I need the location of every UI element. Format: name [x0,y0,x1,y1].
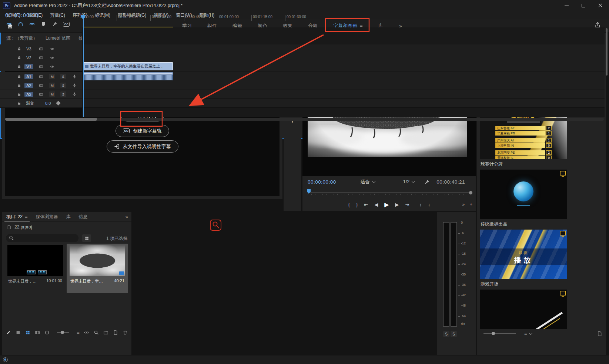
project-item-sequence[interactable]: 世界末日后，幸… 40:21 [67,244,128,293]
track-header-v2[interactable]: V2 [0,53,82,62]
step-back-button[interactable]: ◀ [374,202,378,207]
project-item-video[interactable]: 世界末日后，… 10:01:00 [6,244,64,293]
menu-item-clip[interactable]: 剪辑(C) [46,11,69,19]
sort-menu-icon[interactable]: ≡ [524,331,527,337]
import-captions-button[interactable]: 从文件导入说明性字幕 [107,140,178,153]
timeline-settings-wrench-icon[interactable] [51,21,58,27]
new-item-icon[interactable] [113,329,118,336]
audio-clip[interactable] [83,72,173,80]
tab-lumetri-scopes[interactable]: Lumetri 范围 [41,33,74,43]
timeline-playhead[interactable] [83,15,84,117]
track-badge[interactable]: V3 [24,46,33,51]
delete-icon[interactable] [123,329,128,336]
freeform-view-icon[interactable] [35,329,40,336]
close-button[interactable] [592,0,609,11]
list-view-icon[interactable] [16,329,21,336]
lane-a2[interactable] [83,81,605,90]
lock-icon[interactable] [17,83,22,88]
track-badge[interactable]: A2 [24,83,33,88]
tab-media-browser[interactable]: 媒体浏览器 [32,212,62,222]
new-bin-icon[interactable] [103,329,108,336]
timeline-vertical-scrollbar[interactable] [606,28,608,76]
extract-button[interactable]: ↓ [428,202,431,207]
track-header-a3[interactable]: A3 M S [0,90,82,99]
button-editor-add-icon[interactable]: + [470,202,472,207]
mute-button[interactable]: M [49,74,56,79]
tab-info[interactable]: 信息 [75,212,92,222]
settings-wrench-icon[interactable] [424,179,430,185]
panel-menu-icon[interactable]: ≡ [25,212,28,222]
go-to-in-button[interactable]: ⇤ [364,202,368,207]
lock-icon[interactable] [17,56,22,60]
scrollbar-handle[interactable] [469,191,472,194]
thumbnail-zoom-slider[interactable] [483,333,516,334]
icon-view-icon[interactable] [25,329,30,336]
mute-button[interactable]: M [49,83,56,88]
tab-project[interactable]: 项目: 22≡ [2,212,32,222]
tab-source-monitor[interactable]: 源：（无剪辑） [2,33,41,43]
track-header-mix[interactable]: 混合 0.0 [0,99,82,108]
automate-to-sequence-icon[interactable] [84,329,89,336]
caption-clip[interactable]: 世界末日后，幸存的人类生活在云层之上， [83,62,173,70]
source-patch-icon[interactable] [38,64,44,69]
solo-right-button[interactable]: S [451,331,457,337]
source-patch-icon[interactable] [38,74,44,79]
project-file-name[interactable]: 22.prproj [14,224,32,230]
mix-volume-value[interactable]: 0.0 [45,101,51,106]
minimize-button[interactable] [558,0,575,11]
timeline-timecode[interactable]: 00:00:00:00 [5,12,39,18]
project-zoom-slider[interactable] [57,332,69,333]
add-marker-icon[interactable] [40,21,47,27]
track-badge[interactable]: V1 [24,64,33,69]
source-patch-icon[interactable] [38,83,44,88]
lane-a3[interactable] [83,90,605,99]
go-to-out-button[interactable]: ⇥ [405,202,409,207]
lock-icon[interactable] [17,47,22,51]
resolution-dropdown[interactable]: 1/2 [403,179,415,184]
solo-button[interactable]: S [60,74,67,79]
program-scrubber[interactable] [306,188,472,197]
create-caption-track-button[interactable]: CC 创建新字幕轨 [116,125,169,137]
source-patch-icon[interactable] [38,56,44,60]
toggle-track-output-icon[interactable] [49,47,56,51]
program-timecode[interactable]: 00:00:00:00 [308,179,336,185]
solo-button[interactable]: S [60,83,67,88]
template-thumbnail-scoreboard[interactable]: 球赛结果 山东鲁能 AE2 华夏幸福 PR1 广州恒大 AI1 上海申花 IN0… [480,110,567,159]
tab-overflow-icon[interactable]: » [122,214,131,220]
maximize-button[interactable] [575,0,592,11]
step-forward-button[interactable]: ▶ [395,202,399,207]
track-badge[interactable]: A1 [24,74,33,79]
sort-icon[interactable]: ≡ [77,330,80,335]
menu-item-markers[interactable]: 标记(M) [91,11,114,19]
lock-icon[interactable] [17,74,22,79]
track-header-v3[interactable]: V3 [0,44,82,53]
mark-in-button[interactable]: { [348,202,350,207]
track-header-a1[interactable]: A1 M S [0,72,82,81]
keyframe-nav-icon[interactable] [56,101,61,106]
project-search-input[interactable] [16,236,75,241]
lock-icon[interactable] [17,92,22,97]
lift-button[interactable]: ↑ [419,202,422,207]
mark-out-button[interactable]: } [356,202,358,207]
source-patch-icon[interactable] [38,47,44,51]
solo-left-button[interactable]: S [443,331,449,337]
captions-menu-icon[interactable]: CC [63,21,70,27]
template-thumbnail-logo[interactable] [480,170,567,219]
voiceover-record-icon[interactable] [71,83,78,88]
project-view-toggle[interactable] [82,234,91,242]
lane-v2[interactable] [83,53,605,62]
linked-selection-icon[interactable] [28,21,36,27]
new-item-icon[interactable] [597,331,602,337]
program-playhead[interactable] [307,189,311,194]
lock-icon[interactable] [17,101,22,106]
lock-icon[interactable] [17,64,22,69]
voiceover-record-icon[interactable] [71,92,78,97]
lane-v3[interactable] [83,44,605,53]
template-thumbnail-game[interactable]: 联赛 播放 [480,230,567,279]
snap-magnet-icon[interactable] [17,21,24,27]
toggle-track-output-icon[interactable] [49,56,56,60]
source-patch-icon[interactable] [38,92,44,97]
track-badge[interactable]: A3 [24,92,33,97]
timeline-hscroll-thumb[interactable] [5,118,97,121]
nest-insert-icon[interactable] [5,21,13,27]
